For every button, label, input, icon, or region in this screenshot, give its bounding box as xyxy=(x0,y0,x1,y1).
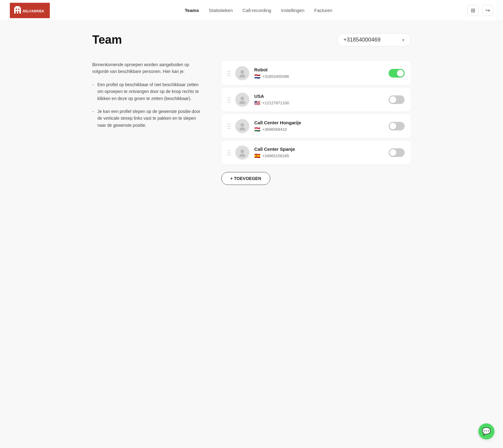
drag-handle[interactable] xyxy=(228,97,230,102)
team-row: Call Center Hongarije 🇭🇺 +3696568410 xyxy=(221,114,411,138)
nav-teams[interactable]: Teams xyxy=(185,8,199,13)
header-icons: ⊞ ↪ xyxy=(467,5,493,16)
phone-selector[interactable]: +31854000469 ▾ xyxy=(337,33,411,46)
svg-rect-2 xyxy=(16,9,17,10)
svg-rect-5 xyxy=(18,11,19,14)
drag-handle[interactable] xyxy=(228,150,230,155)
team-member-name: USA xyxy=(254,94,384,99)
svg-point-14 xyxy=(239,154,245,157)
instructions-list: - Een profiel op beschikbaar of niet bes… xyxy=(92,81,203,129)
flag-icon: 🇪🇸 xyxy=(254,153,260,159)
page-title: Team xyxy=(92,33,122,46)
phone-text: +12127871100 xyxy=(262,101,289,105)
svg-point-10 xyxy=(239,101,245,104)
instruction-item-2: - Je kan een profiel slepen op de gewens… xyxy=(92,108,203,129)
instruction-text-2: Je kan een profiel slepen op de gewenste… xyxy=(97,108,203,129)
avatar xyxy=(235,119,249,133)
logo-wrap: BELFABRIEK xyxy=(10,3,50,18)
page-content: Team +31854000469 ▾ Binnenkomende oproep… xyxy=(82,21,421,197)
toggle-knob xyxy=(390,123,396,130)
team-info: Robot 🇳🇱 +31853450396 xyxy=(254,67,384,79)
phone-text: +31853450396 xyxy=(262,74,289,79)
team-info: Call Center Hongarije 🇭🇺 +3696568410 xyxy=(254,120,384,132)
svg-point-9 xyxy=(240,97,244,100)
team-info: Call Center Spanje 🇪🇸 +34965156185 xyxy=(254,146,384,159)
avatar xyxy=(235,146,249,160)
nav-instellingen[interactable]: Instellingen xyxy=(281,8,304,13)
logo-svg: BELFABRIEK xyxy=(13,5,47,16)
team-member-phone: 🇪🇸 +34965156185 xyxy=(254,153,384,159)
team-list: Robot 🇳🇱 +31853450396 xyxy=(221,61,411,185)
main-nav: Teams Statistieken Call-recording Instel… xyxy=(185,8,332,13)
availability-toggle[interactable] xyxy=(389,95,405,104)
instruction-text-1: Een profiel op beschikbaar of niet besch… xyxy=(97,81,203,102)
svg-rect-3 xyxy=(18,9,19,10)
toggle-knob xyxy=(390,149,396,156)
team-row: Robot 🇳🇱 +31853450396 xyxy=(221,61,411,85)
team-row: USA 🇺🇸 +12127871100 xyxy=(221,88,411,112)
svg-text:BELFABRIEK: BELFABRIEK xyxy=(23,9,44,13)
team-member-name: Robot xyxy=(254,67,384,72)
building-icon: ⊞ xyxy=(471,7,475,14)
nav-facturen[interactable]: Facturen xyxy=(314,8,332,13)
svg-point-8 xyxy=(239,74,245,78)
nav-statistieken[interactable]: Statistieken xyxy=(209,8,233,13)
flag-icon: 🇺🇸 xyxy=(254,100,260,106)
toggle-knob xyxy=(390,96,396,103)
drag-handle[interactable] xyxy=(228,124,230,129)
building-icon-button[interactable]: ⊞ xyxy=(467,5,478,16)
logo: BELFABRIEK xyxy=(10,3,50,18)
availability-toggle[interactable] xyxy=(389,122,405,130)
drag-handle[interactable] xyxy=(228,71,230,76)
team-member-name: Call Center Hongarije xyxy=(254,120,384,125)
svg-point-7 xyxy=(240,70,244,74)
bullet-dash-1: - xyxy=(92,81,94,102)
header: BELFABRIEK Teams Statistieken Call-recor… xyxy=(0,0,503,21)
page-header: Team +31854000469 ▾ xyxy=(92,33,411,46)
team-member-phone: 🇭🇺 +3696568410 xyxy=(254,126,384,132)
team-member-name: Call Center Spanje xyxy=(254,146,384,152)
svg-point-13 xyxy=(240,150,244,153)
avatar xyxy=(235,93,249,107)
chevron-down-icon: ▾ xyxy=(402,38,404,42)
team-row: Call Center Spanje 🇪🇸 +34965156185 xyxy=(221,141,411,165)
svg-rect-1 xyxy=(15,6,20,8)
avatar xyxy=(235,66,249,80)
bullet-dash-2: - xyxy=(92,108,94,129)
exit-icon: ↪ xyxy=(485,7,490,14)
main-layout: Binnenkomende oproepen worden aangeboden… xyxy=(92,61,411,185)
svg-point-11 xyxy=(240,123,244,127)
availability-toggle[interactable] xyxy=(389,148,405,157)
svg-rect-0 xyxy=(14,7,21,14)
flag-icon: 🇳🇱 xyxy=(254,74,260,79)
toggle-knob xyxy=(397,70,404,77)
instructions-intro: Binnenkomende oproepen worden aangeboden… xyxy=(92,61,203,75)
instructions-panel: Binnenkomende oproepen worden aangeboden… xyxy=(92,61,203,135)
team-member-phone: 🇺🇸 +12127871100 xyxy=(254,100,384,106)
svg-rect-4 xyxy=(16,11,17,14)
phone-text: +3696568410 xyxy=(262,127,287,132)
exit-icon-button[interactable]: ↪ xyxy=(482,5,493,16)
team-member-phone: 🇳🇱 +31853450396 xyxy=(254,74,384,79)
phone-text: +34965156185 xyxy=(262,154,289,158)
nav-callrecording[interactable]: Call-recording xyxy=(243,8,271,13)
team-info: USA 🇺🇸 +12127871100 xyxy=(254,94,384,106)
add-member-button[interactable]: + TOEVOEGEN xyxy=(221,172,270,185)
svg-point-12 xyxy=(239,127,245,130)
instruction-item-1: - Een profiel op beschikbaar of niet bes… xyxy=(92,81,203,102)
availability-toggle[interactable] xyxy=(389,69,405,78)
phone-number: +31854000469 xyxy=(343,37,381,43)
flag-icon: 🇭🇺 xyxy=(254,126,260,132)
